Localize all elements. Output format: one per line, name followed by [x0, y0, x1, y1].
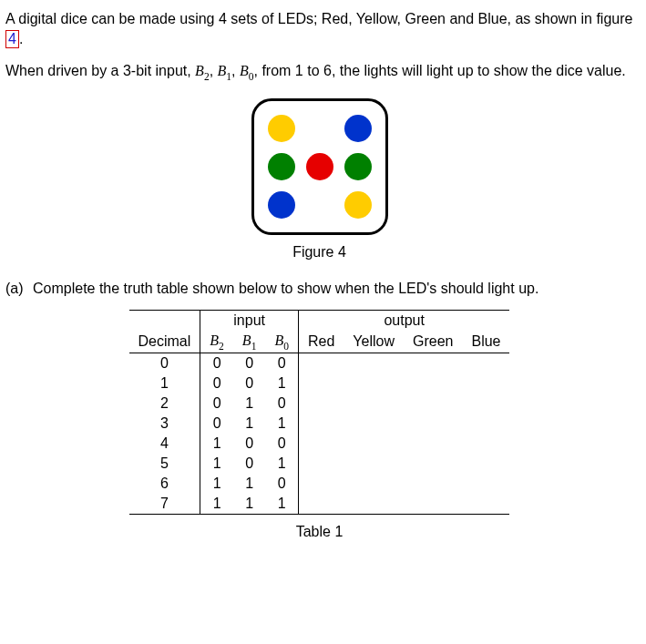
- cell-red: [298, 494, 344, 515]
- cell-b0: 0: [265, 434, 298, 454]
- bit-b2-symbol: B: [195, 63, 204, 78]
- cell-red: [298, 454, 344, 474]
- table-header-input: input: [200, 310, 299, 331]
- cell-blue: [462, 353, 509, 374]
- cell-b2: 0: [200, 373, 233, 394]
- truth-table-wrap: input output Decimal B2 B1 B0 Red Yellow…: [5, 310, 633, 515]
- cell-blue: [462, 454, 509, 474]
- table-header-blank: [129, 310, 200, 331]
- cell-b2: 1: [200, 474, 233, 494]
- cell-b0: 1: [265, 414, 298, 434]
- cell-green: [404, 434, 462, 454]
- table-header-output: output: [298, 310, 509, 331]
- cell-b0: 0: [265, 394, 298, 414]
- led-blue-icon: [268, 191, 295, 219]
- cell-green: [404, 414, 462, 434]
- table-row: 3011: [129, 414, 510, 434]
- led-blue-icon: [344, 115, 372, 142]
- bit-b0-sub: 0: [249, 71, 254, 82]
- question-a-text: Complete the truth table shown below to …: [33, 281, 633, 297]
- led-yellow-icon: [344, 191, 372, 219]
- cell-dec: 3: [129, 414, 200, 434]
- cell-b1: 1: [233, 474, 266, 494]
- cell-yellow: [344, 474, 404, 494]
- col-b1: B1: [233, 331, 266, 353]
- cell-b1: 0: [233, 373, 266, 394]
- cell-b1: 1: [233, 394, 266, 414]
- cell-dec: 5: [129, 454, 200, 474]
- cell-b0: 1: [265, 454, 298, 474]
- table-row: 4100: [129, 434, 510, 454]
- table-row: 1001: [129, 373, 510, 394]
- col-b2-sym: B: [210, 332, 219, 348]
- led-green-icon: [344, 153, 372, 180]
- intro-p1-text-b: .: [19, 31, 23, 46]
- col-b1-sub: 1: [251, 341, 257, 352]
- truth-table: input output Decimal B2 B1 B0 Red Yellow…: [129, 310, 510, 515]
- cell-blue: [462, 394, 509, 414]
- table-row: 6110: [129, 474, 510, 494]
- table-row: 0000: [129, 353, 510, 374]
- bit-b1-sub: 1: [226, 71, 231, 82]
- col-red: Red: [298, 331, 344, 353]
- intro-paragraph-1: A digital dice can be made using 4 sets …: [5, 9, 633, 48]
- cell-b1: 1: [233, 494, 266, 515]
- cell-b2: 0: [200, 394, 233, 414]
- cell-red: [298, 414, 344, 434]
- col-b2-sub: 2: [219, 341, 224, 352]
- cell-b0: 0: [265, 353, 298, 374]
- page: A digital dice can be made using 4 sets …: [0, 0, 646, 558]
- col-yellow: Yellow: [344, 331, 404, 353]
- cell-green: [404, 394, 462, 414]
- table-caption: Table 1: [5, 524, 633, 540]
- intro-p2-text-a: When driven by a 3-bit input,: [5, 63, 195, 78]
- bit-b2-sub: 2: [204, 71, 210, 82]
- cell-red: [298, 474, 344, 494]
- cell-dec: 6: [129, 474, 200, 494]
- question-a-label: (a): [5, 281, 33, 297]
- cell-b1: 1: [233, 414, 266, 434]
- col-blue: Blue: [462, 331, 509, 353]
- cell-dec: 1: [129, 373, 200, 394]
- cell-b1: 0: [233, 454, 266, 474]
- cell-yellow: [344, 494, 404, 515]
- cell-b0: 1: [265, 494, 298, 515]
- cell-b2: 0: [200, 353, 233, 374]
- cell-b1: 0: [233, 353, 266, 374]
- dice-diagram: [251, 98, 388, 235]
- table-column-header-row: Decimal B2 B1 B0 Red Yellow Green Blue: [129, 331, 510, 353]
- led-red-icon: [306, 153, 333, 180]
- cell-yellow: [344, 373, 404, 394]
- cell-red: [298, 394, 344, 414]
- cell-b2: 1: [200, 434, 233, 454]
- cell-b2: 0: [200, 414, 233, 434]
- cell-green: [404, 494, 462, 515]
- cell-b0: 0: [265, 474, 298, 494]
- col-decimal: Decimal: [129, 331, 200, 353]
- cell-dec: 7: [129, 494, 200, 515]
- col-b2: B2: [200, 331, 233, 353]
- comma-2: ,: [231, 63, 240, 78]
- bit-b1-symbol: B: [218, 63, 227, 78]
- bit-b0-symbol: B: [240, 63, 249, 78]
- col-green: Green: [404, 331, 462, 353]
- cell-b0: 1: [265, 373, 298, 394]
- cell-red: [298, 434, 344, 454]
- cell-dec: 0: [129, 353, 200, 374]
- figure-reference-link[interactable]: 4: [5, 30, 19, 48]
- cell-green: [404, 353, 462, 374]
- intro-p2-text-b: , from 1 to 6, the lights will light up …: [254, 63, 626, 78]
- cell-yellow: [344, 434, 404, 454]
- cell-blue: [462, 414, 509, 434]
- cell-yellow: [344, 394, 404, 414]
- figure-4: Figure 4: [5, 98, 633, 261]
- cell-red: [298, 353, 344, 374]
- cell-dec: 4: [129, 434, 200, 454]
- table-row: 7111: [129, 494, 510, 515]
- cell-blue: [462, 474, 509, 494]
- col-b1-sym: B: [242, 332, 251, 348]
- col-b0-sym: B: [274, 332, 283, 348]
- comma-1: ,: [210, 63, 218, 78]
- intro-paragraph-2: When driven by a 3-bit input, B2, B1, B0…: [5, 61, 633, 84]
- cell-green: [404, 474, 462, 494]
